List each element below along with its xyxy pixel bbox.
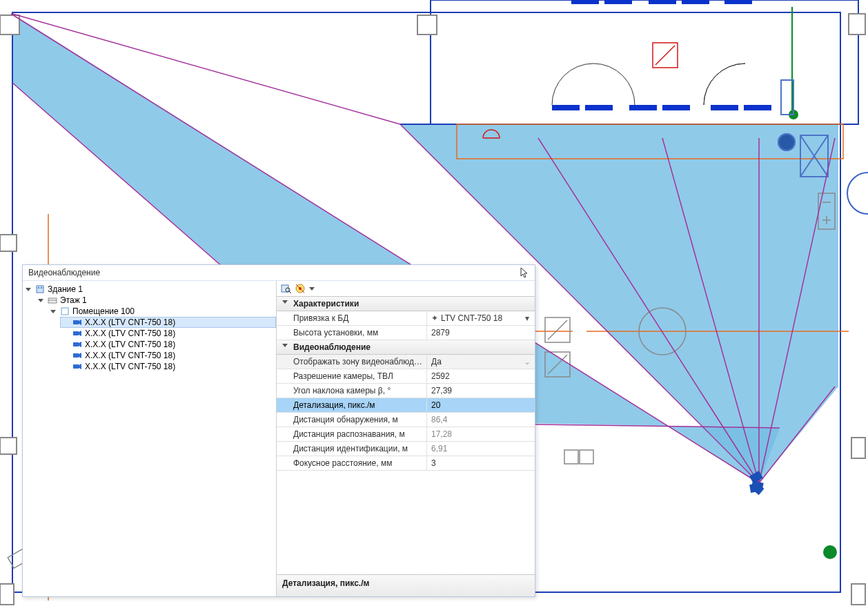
- row-detail[interactable]: Детализация, пикс./м 20: [277, 398, 535, 413]
- expander-icon[interactable]: [50, 310, 56, 313]
- chevron-down-icon[interactable]: ▾: [524, 313, 531, 323]
- floor-icon: [48, 295, 57, 305]
- svg-rect-61: [38, 287, 39, 289]
- building-icon: [35, 284, 45, 294]
- svg-point-30: [823, 545, 837, 559]
- tree-node-camera[interactable]: X.X.X (LTV CNT-750 18): [60, 350, 276, 361]
- tree-node-camera[interactable]: X.X.X (LTV CNT-750 18): [60, 328, 276, 339]
- tree-label: Помещение 100: [72, 306, 135, 316]
- svg-rect-6: [417, 15, 437, 35]
- properties-toolbar: [277, 281, 535, 296]
- svg-rect-22: [744, 105, 771, 110]
- tree-pane[interactable]: Здание 1 Этаж 1: [23, 281, 277, 596]
- svg-rect-19: [629, 105, 657, 110]
- tree-node-camera[interactable]: X.X.X (LTV CNT-750 18): [60, 361, 276, 372]
- row-identify[interactable]: Дистанция идентификации, м 6,91: [277, 442, 535, 456]
- svg-rect-72: [73, 353, 79, 358]
- svg-rect-25: [649, 0, 676, 4]
- row-tilt[interactable]: Угол наклона камеры β, ° 27,39: [277, 384, 535, 398]
- svg-marker-67: [79, 320, 81, 325]
- svg-rect-5: [0, 15, 19, 35]
- svg-marker-73: [79, 353, 81, 358]
- panel-title: Видеонаблюдение: [28, 268, 100, 277]
- properties-pane: Характеристики Привязка к БД ✦ LTV CNT-7…: [277, 281, 535, 596]
- svg-rect-7: [849, 14, 865, 35]
- svg-rect-66: [73, 320, 79, 324]
- video-surveillance-panel: Видеонаблюдение Здание 1: [22, 264, 535, 597]
- camera-icon: [72, 317, 82, 327]
- room-icon: [60, 306, 70, 316]
- group-video[interactable]: Видеонаблюдение: [277, 340, 535, 355]
- svg-rect-9: [0, 438, 17, 454]
- svg-marker-71: [79, 342, 81, 347]
- svg-rect-18: [585, 105, 613, 110]
- svg-rect-12: [0, 584, 14, 605]
- row-show-zone[interactable]: Отображать зону видеонаблюдения Да ⌄: [277, 355, 535, 369]
- svg-rect-46: [564, 450, 578, 464]
- svg-rect-17: [552, 105, 580, 110]
- camera-icon: [72, 340, 82, 349]
- tree-label: X.X.X (LTV CNT-750 18): [85, 351, 175, 360]
- expander-icon[interactable]: [26, 288, 31, 291]
- tree-node-room[interactable]: Помещение 100: [48, 306, 276, 317]
- link-icon: ✦: [431, 313, 438, 323]
- panel-titlebar[interactable]: Видеонаблюдение: [23, 265, 535, 281]
- target-icon[interactable]: [295, 283, 306, 294]
- svg-rect-47: [580, 450, 593, 464]
- svg-rect-70: [73, 342, 79, 346]
- svg-line-16: [655, 46, 675, 65]
- svg-rect-62: [41, 287, 42, 289]
- tree-label: Этаж 1: [60, 295, 87, 305]
- svg-marker-82: [309, 287, 315, 291]
- expander-icon[interactable]: [38, 299, 43, 302]
- row-binding[interactable]: Привязка к БД ✦ LTV CNT-750 18 ▾: [277, 311, 535, 326]
- tree-node-floor[interactable]: Этаж 1: [35, 295, 276, 306]
- svg-rect-74: [73, 364, 79, 369]
- collapse-icon[interactable]: [282, 300, 288, 304]
- svg-rect-68: [73, 331, 79, 335]
- svg-rect-26: [682, 0, 709, 4]
- row-detect[interactable]: Дистанция обнаружения, м 86,4: [277, 413, 535, 427]
- svg-rect-20: [662, 105, 690, 110]
- property-grid[interactable]: Характеристики Привязка к БД ✦ LTV CNT-7…: [277, 296, 535, 574]
- svg-line-78: [289, 291, 291, 293]
- tree-label: Здание 1: [48, 284, 83, 294]
- tree-node-camera[interactable]: X.X.X (LTV CNT-750 18): [60, 339, 276, 350]
- row-focal[interactable]: Фокусное расстояние, мм 3: [277, 456, 535, 471]
- camera-icon: [72, 362, 82, 371]
- svg-rect-21: [711, 105, 738, 110]
- tree-node-building[interactable]: Здание 1: [23, 284, 276, 295]
- group-characteristics[interactable]: Характеристики: [277, 297, 535, 311]
- svg-marker-69: [79, 331, 81, 336]
- status-bar: Детализация, пикс./м: [277, 574, 535, 596]
- svg-rect-10: [851, 438, 865, 458]
- svg-rect-65: [61, 308, 68, 315]
- find-icon[interactable]: [281, 283, 292, 294]
- row-height[interactable]: Высота установки, мм 2879: [277, 326, 535, 340]
- svg-rect-23: [571, 0, 599, 4]
- collapse-icon[interactable]: [282, 344, 288, 347]
- svg-rect-24: [604, 0, 632, 4]
- chevron-down-icon[interactable]: ⌄: [524, 357, 531, 366]
- svg-rect-11: [851, 584, 865, 605]
- tree-label: X.X.X (LTV CNT-750 18): [85, 362, 175, 371]
- svg-rect-60: [37, 286, 43, 293]
- row-recognize[interactable]: Дистанция распознавания, м 17,28: [277, 427, 535, 442]
- svg-line-43: [548, 320, 567, 340]
- pointer-icon: [518, 267, 529, 278]
- tree-label: X.X.X (LTV CNT-750 18): [85, 340, 175, 349]
- tree-label: X.X.X (LTV CNT-750 18): [85, 329, 175, 338]
- svg-rect-27: [724, 0, 752, 4]
- svg-rect-8: [0, 235, 17, 251]
- camera-icon: [72, 351, 82, 360]
- row-resolution[interactable]: Разрешение камеры, ТВЛ 2592: [277, 369, 535, 384]
- svg-marker-75: [79, 364, 81, 369]
- camera-icon: [72, 329, 82, 338]
- svg-rect-76: [282, 285, 288, 292]
- tree-label: X.X.X (LTV CNT-750 18): [85, 317, 175, 327]
- binding-value: LTV CNT-750 18: [438, 313, 524, 323]
- tree-node-camera[interactable]: X.X.X (LTV CNT-750 18): [60, 317, 276, 328]
- dropdown-icon[interactable]: [308, 283, 315, 294]
